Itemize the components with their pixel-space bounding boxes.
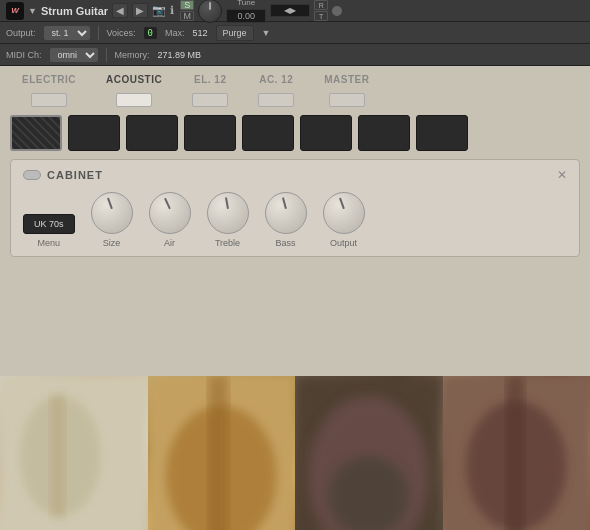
title-minimize-icon: ▼ bbox=[28, 6, 37, 16]
air-knob[interactable] bbox=[149, 192, 191, 234]
size-knob[interactable] bbox=[91, 192, 133, 234]
cabinet-section: CABINET ✕ UK 70s Menu Size Air bbox=[0, 159, 590, 267]
purge-button[interactable]: Purge bbox=[216, 25, 254, 41]
tab-electric-bar[interactable] bbox=[31, 93, 67, 107]
pad-button-4[interactable] bbox=[242, 115, 294, 151]
knob-air-container: Air bbox=[149, 192, 191, 248]
photo-panel-1 bbox=[0, 376, 148, 530]
cabinet-header-left: CABINET bbox=[23, 169, 103, 181]
cabinet-title: CABINET bbox=[47, 169, 103, 181]
bass-label: Bass bbox=[276, 238, 296, 248]
output-label: Output: bbox=[6, 28, 36, 38]
tab-electric-label: ELECTRIC bbox=[22, 74, 76, 89]
svg-rect-5 bbox=[208, 376, 228, 530]
purge-arrow[interactable]: ▼ bbox=[262, 28, 271, 38]
pad-button-5[interactable] bbox=[300, 115, 352, 151]
pad-button-2[interactable] bbox=[126, 115, 178, 151]
tab-row: ELECTRIC ACOUSTIC EL. 12 AC. 12 MASTER bbox=[12, 74, 578, 107]
cabinet-menu: UK 70s Menu bbox=[23, 214, 75, 248]
plugin-main: ELECTRIC ACOUSTIC EL. 12 AC. 12 MASTER bbox=[0, 66, 590, 376]
tab-master-label: MASTER bbox=[324, 74, 369, 89]
cabinet-header: CABINET ✕ bbox=[23, 168, 567, 182]
plugin-title: Strum Guitar bbox=[41, 5, 108, 17]
tab-acoustic[interactable]: ACOUSTIC bbox=[106, 74, 162, 107]
pad-button-3[interactable] bbox=[184, 115, 236, 151]
nav-next-button[interactable]: ▶ bbox=[132, 3, 148, 18]
tab-el12-bar[interactable] bbox=[192, 93, 228, 107]
tune-arrows: ◀▶ bbox=[270, 4, 310, 17]
wavetable-logo: W bbox=[6, 2, 24, 20]
midi-dropdown[interactable]: omni bbox=[50, 48, 98, 62]
pad-button-1[interactable] bbox=[68, 115, 120, 151]
tab-ac12[interactable]: AC. 12 bbox=[258, 74, 294, 107]
nav-prev-button[interactable]: ◀ bbox=[112, 3, 128, 18]
svg-rect-2 bbox=[50, 396, 65, 516]
close-button[interactable] bbox=[332, 6, 342, 16]
pad-button-0[interactable] bbox=[10, 115, 62, 151]
treble-label: Treble bbox=[215, 238, 240, 248]
sep2 bbox=[106, 48, 107, 62]
tune-knob[interactable] bbox=[198, 0, 222, 23]
s-button[interactable]: S bbox=[180, 0, 194, 10]
knob-size-container: Size bbox=[91, 192, 133, 248]
photo-panel-4 bbox=[443, 376, 591, 530]
knob-treble-container: Treble bbox=[207, 192, 249, 248]
title-bar-left: W ▼ Strum Guitar ◀ ▶ 📷 ℹ bbox=[6, 2, 174, 20]
midi-label: MIDI Ch: bbox=[6, 50, 42, 60]
air-label: Air bbox=[164, 238, 175, 248]
pad-button-7[interactable] bbox=[416, 115, 468, 151]
pad-button-6[interactable] bbox=[358, 115, 410, 151]
cabinet-close-button[interactable]: ✕ bbox=[557, 168, 567, 182]
rt-buttons: R T bbox=[314, 0, 328, 21]
bass-knob[interactable] bbox=[265, 192, 307, 234]
sm-buttons: S M bbox=[180, 0, 194, 21]
pad-row bbox=[0, 107, 590, 159]
m-button[interactable]: M bbox=[180, 11, 194, 21]
tab-ac12-bar[interactable] bbox=[258, 93, 294, 107]
knob-output-container: Output bbox=[323, 192, 365, 248]
cabinet-menu-label: Menu bbox=[38, 238, 61, 248]
memory-value: 271.89 MB bbox=[158, 50, 202, 60]
output-dropdown[interactable]: st. 1 bbox=[44, 26, 90, 40]
tab-el12-label: EL. 12 bbox=[194, 74, 226, 89]
tune-value: 0.00 bbox=[226, 9, 266, 23]
max-label: Max: bbox=[165, 28, 185, 38]
knob-bass-container: Bass bbox=[265, 192, 307, 248]
size-label: Size bbox=[103, 238, 121, 248]
tune-display-area: Tune 0.00 bbox=[226, 0, 266, 23]
tab-acoustic-bar[interactable] bbox=[116, 93, 152, 107]
cabinet-controls: UK 70s Menu Size Air Treble bbox=[23, 192, 567, 248]
camera-button[interactable]: 📷 bbox=[152, 4, 166, 17]
output-label-cabinet: Output bbox=[330, 238, 357, 248]
tab-electric[interactable]: ELECTRIC bbox=[22, 74, 76, 107]
tab-el12[interactable]: EL. 12 bbox=[192, 74, 228, 107]
tune-label: Tune bbox=[226, 0, 266, 7]
photo-panel-3 bbox=[295, 376, 443, 530]
memory-label: Memory: bbox=[115, 50, 150, 60]
sep1 bbox=[98, 26, 99, 40]
tab-ac12-label: AC. 12 bbox=[259, 74, 293, 89]
title-bar-right: S M Tune 0.00 ◀▶ R T bbox=[180, 0, 342, 23]
voices-value: 0 bbox=[144, 27, 157, 39]
info-button[interactable]: ℹ bbox=[170, 4, 174, 17]
tab-master[interactable]: MASTER bbox=[324, 74, 369, 107]
max-value: 512 bbox=[193, 28, 208, 38]
svg-rect-11 bbox=[506, 376, 524, 530]
photo-section bbox=[0, 376, 590, 530]
treble-knob[interactable] bbox=[207, 192, 249, 234]
rt1-button[interactable]: R bbox=[314, 0, 328, 10]
toolbar-row1: Output: st. 1 Voices: 0 Max: 512 Purge ▼ bbox=[0, 22, 590, 44]
photo-panel-2 bbox=[148, 376, 296, 530]
tab-master-bar[interactable] bbox=[329, 93, 365, 107]
tabs-section: ELECTRIC ACOUSTIC EL. 12 AC. 12 MASTER bbox=[0, 66, 590, 107]
tab-acoustic-label: ACOUSTIC bbox=[106, 74, 162, 89]
cabinet-toggle[interactable] bbox=[23, 170, 41, 180]
pitch-display: ◀▶ bbox=[270, 4, 310, 17]
output-knob[interactable] bbox=[323, 192, 365, 234]
toolbar-row2: MIDI Ch: omni Memory: 271.89 MB bbox=[0, 44, 590, 66]
rt2-button[interactable]: T bbox=[314, 11, 328, 21]
cabinet-panel: CABINET ✕ UK 70s Menu Size Air bbox=[10, 159, 580, 257]
title-bar: W ▼ Strum Guitar ◀ ▶ 📷 ℹ S M Tune 0.00 ◀… bbox=[0, 0, 590, 22]
cabinet-menu-button[interactable]: UK 70s bbox=[23, 214, 75, 234]
voices-label: Voices: bbox=[107, 28, 136, 38]
